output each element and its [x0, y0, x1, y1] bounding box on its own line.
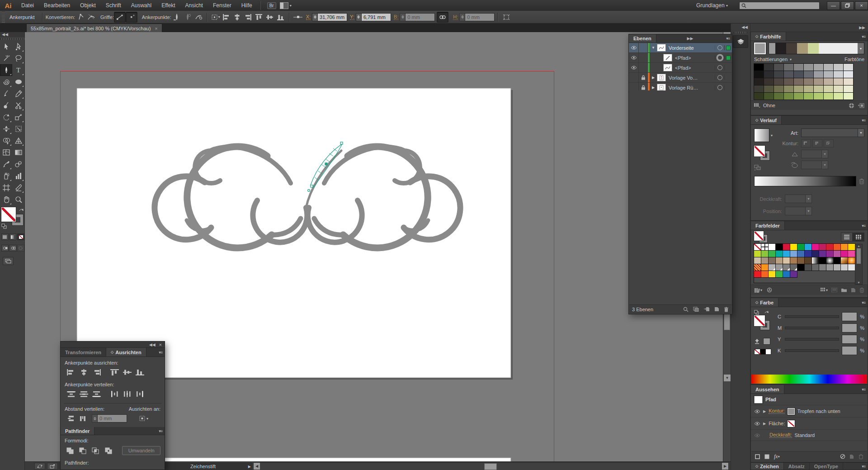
swatch-cell[interactable] [790, 271, 797, 277]
new-fill-icon[interactable] [764, 454, 769, 459]
swatch-cell[interactable] [797, 244, 804, 250]
hide-handles-button[interactable] [126, 12, 137, 23]
swatch-cell[interactable] [841, 264, 848, 271]
new-stroke-icon[interactable] [755, 454, 760, 459]
layer-row-vorlage-vo[interactable]: ▶ Vorlage Vo… [629, 73, 732, 83]
swatch-cell[interactable] [794, 71, 803, 78]
limit-color-group-icon[interactable] [754, 103, 760, 108]
new-color-group-icon[interactable] [841, 288, 847, 292]
visibility-eye-icon[interactable] [631, 56, 637, 60]
tab-farbhilfe[interactable]: ◇Farbhilfe [751, 32, 786, 41]
align-hcenter-button[interactable] [77, 368, 90, 377]
swatch-cell[interactable] [844, 85, 853, 92]
visibility-eye-icon[interactable] [754, 433, 760, 437]
swatch-cell[interactable] [774, 71, 783, 78]
swatch-cell[interactable] [812, 257, 819, 264]
panel-menu-icon[interactable]: ▾≡ [859, 34, 868, 39]
swatch-cell[interactable] [769, 264, 775, 271]
panel-menu-icon[interactable]: ▾≡ [724, 36, 732, 41]
distribute-right-button[interactable] [133, 389, 146, 399]
x-label[interactable]: X: [306, 14, 311, 20]
panel-collapse-icon[interactable]: ◀◀ [149, 342, 156, 347]
distribute-hcenter-button[interactable] [121, 389, 133, 399]
symbol-sprayer-tool[interactable] [0, 170, 12, 182]
swatch-cell[interactable] [783, 271, 790, 277]
swatch-cell[interactable] [826, 244, 833, 250]
layer-thumbnail[interactable] [657, 44, 666, 52]
swatch-cell[interactable] [814, 85, 823, 92]
cut-path-button[interactable] [193, 12, 204, 22]
lasso-tool[interactable] [12, 52, 24, 64]
screen-mode-button[interactable] [3, 257, 14, 265]
fill-color-chip[interactable] [788, 420, 795, 427]
target-icon[interactable] [717, 75, 722, 80]
make-clipping-mask-icon[interactable] [693, 307, 699, 312]
blob-brush-tool[interactable] [0, 100, 12, 111]
save-to-swatches-icon[interactable] [858, 103, 864, 108]
locate-object-icon[interactable] [683, 307, 689, 312]
swatch-cell[interactable] [824, 71, 833, 78]
y-label[interactable]: Y: [350, 14, 354, 20]
reverse-gradient-icon[interactable] [754, 165, 761, 171]
menu-fenster[interactable]: Fenster [208, 0, 236, 11]
swatch-cell[interactable] [794, 93, 803, 100]
minimize-button[interactable]: — [827, 1, 840, 10]
target-icon[interactable] [717, 85, 722, 90]
expand-icon[interactable]: ▶ [652, 85, 655, 90]
tab-ebenen[interactable]: Ebenen [629, 34, 656, 43]
magenta-value[interactable] [842, 323, 857, 332]
width-tool[interactable] [0, 123, 12, 135]
swap-fill-stroke-icon[interactable] [19, 207, 24, 213]
vertical-space-button[interactable] [65, 414, 77, 423]
shape-builder-tool[interactable] [0, 135, 12, 147]
swatch-cell[interactable] [824, 64, 833, 71]
show-handles-button[interactable] [114, 12, 126, 23]
swap-colors-icon[interactable] [764, 310, 769, 314]
none-mode-button[interactable] [17, 233, 24, 240]
swatch-cell[interactable] [784, 85, 793, 92]
toolbar-grip[interactable] [0, 38, 25, 40]
convert-to-corner-button[interactable] [75, 12, 86, 22]
swatch-cell[interactable] [841, 244, 848, 250]
distribute-bottom-button[interactable] [90, 389, 103, 399]
delete-layer-icon[interactable] [724, 307, 729, 312]
distribute-left-button[interactable] [108, 389, 121, 399]
eyedropper-tool[interactable] [0, 158, 12, 170]
layer-row-vorderseite[interactable]: ▼ Vorderseite [629, 43, 732, 53]
swatch-cell[interactable] [783, 257, 790, 264]
appearance-opacity-link[interactable]: Deckkraft: [769, 432, 792, 438]
tab-absatz[interactable]: Absatz [784, 463, 810, 470]
paintbrush-tool[interactable] [0, 88, 12, 100]
layer-name[interactable]: Vorderseite [669, 45, 694, 51]
swatch-cell[interactable] [754, 93, 764, 100]
layer-row-pfad-1[interactable]: <Pfad> [629, 53, 732, 63]
align-hcenter-button[interactable] [232, 12, 243, 22]
swatch-cell[interactable] [848, 244, 855, 250]
dock-expand-icon[interactable]: ▶▶ [750, 24, 868, 32]
restore-button[interactable] [841, 1, 854, 10]
swatch-cell[interactable] [783, 244, 790, 250]
tab-ausrichten[interactable]: ◇Ausrichten [106, 348, 146, 356]
y-stepper[interactable] [356, 13, 361, 21]
swatch-cell[interactable] [834, 71, 843, 78]
swatch-cell[interactable] [776, 257, 783, 264]
status-expand-icon[interactable]: ▶ [248, 465, 251, 469]
swatch-cell[interactable] [774, 85, 783, 92]
close-icon[interactable]: × [159, 342, 162, 347]
anchor-point[interactable] [340, 142, 343, 144]
swatch-cell[interactable] [794, 85, 803, 92]
pen-tool[interactable] [0, 64, 12, 76]
panel-menu-icon[interactable]: ▾≡ [156, 350, 165, 355]
swatch-cell[interactable] [776, 271, 783, 277]
panel-menu-icon[interactable]: ▾≡ [859, 464, 868, 469]
swatch-cell[interactable] [805, 251, 811, 257]
panel-menu-icon[interactable]: ▾≡ [859, 223, 868, 228]
swatch-cell[interactable] [797, 264, 804, 271]
fill-proxy[interactable] [754, 146, 765, 157]
swatch-cell[interactable] [783, 264, 790, 271]
bounding-box-button[interactable]: ▾ [210, 12, 221, 22]
yellow-value[interactable] [842, 335, 857, 344]
scale-tool[interactable] [12, 111, 24, 123]
harmony-strip[interactable]: ▼ [769, 43, 864, 54]
free-transform-tool[interactable] [12, 123, 24, 135]
